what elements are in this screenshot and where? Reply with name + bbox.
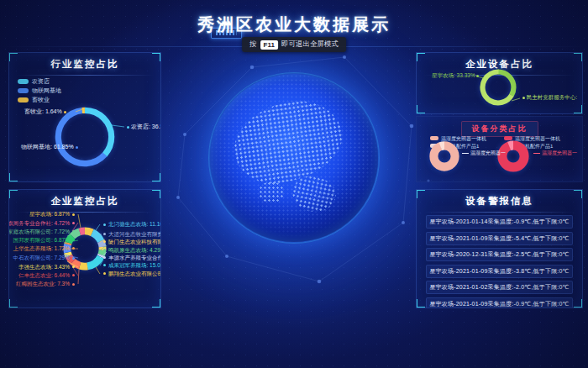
pie-label: 国邦发有限公司: 6.87% [13,238,75,244]
legend-item[interactable]: 农资店 [18,76,61,86]
panel-enterprise-ratio: 企业监控占比 星宇农场: 6.87% 红旗周务专业合作社: 4.72% 家庭农场… [8,189,161,308]
hint-prefix: 按 [249,39,257,50]
alarm-row: 星宇农场-2021-01-02采集温度:-2.0℃,低于下限:0℃ [426,281,573,294]
legend-label: 农资店 [32,77,50,86]
alarm-row: 星宇农场-2021-01-09采集温度:-3.8℃,低于下限:0℃ [426,265,573,278]
class-right-donut-chart [497,140,529,172]
pie-pointer-label: 温湿度光照器一 [462,150,506,155]
class-left-donut-chart [429,141,459,171]
pie-label: 物联网基地: 61.85% [21,144,78,150]
f11-keycap: F11 [260,40,278,50]
panel-title: 企业监控占比 [9,195,160,208]
panel-title-divider [16,75,154,76]
globe-visualization [210,74,378,242]
page-title: 秀洲区农业大数据展示 [0,13,588,36]
panel-device-classification: 设备分类占比 温湿度光照器一体机 一体机配件产品1 温湿度光照器一体机 一体机配… [416,116,583,182]
pie-label: 红梅园生态农业: 7.3% [16,281,75,287]
panel-industry-ratio: 行业监控占比 农资店 物联网基地 畜牧业 畜牧业: 1.64% 农资店: 36.… [8,52,161,182]
alarm-row: 星宇农场-2021-01-14采集温度:-0.9℃,低于下限:0℃ [426,215,573,229]
pie-label: 北汈塘生态农场: 11.16% [103,222,161,228]
alarm-row: 星宇农场-2020-12-31采集温度:-2.5℃,低于下限:0℃ [426,248,573,261]
pie-label: 仁丰生态农业: 6.44% [18,273,75,279]
industry-legend: 农资店 物联网基地 畜牧业 [18,76,61,104]
pie-label: 畜牧业: 1.64% [24,108,66,114]
dashboard: 秀洲区农业大数据展示 按 F11 即可退出全屏模式 行业监控占比 农资店 物联网… [0,0,588,368]
pie-label: 成果冠军养殖场: 15.02% [103,263,161,269]
panel-title: 行业监控占比 [9,58,160,71]
pie-label: 红旗周务专业合作社: 4.72% [8,221,75,227]
fullscreen-hint-toast: 按 F11 即可退出全屏模式 [242,37,346,52]
panel-device-ratio: 企业设备占比 星宇农场: 33.33% 民主村党群服务中心: [416,52,583,114]
device-donut-chart [480,69,517,106]
pie-label: 星宇农场: 33.33% [432,73,479,79]
legend-label: 物联网基地 [32,87,61,95]
legend-swatch [18,79,29,84]
panel-title: 设备警报信息 [417,195,582,208]
legend-swatch [18,88,29,93]
pie-label: 家庭农场有限公司: 7.72% [8,229,75,235]
legend-item[interactable]: 畜牧业 [18,95,61,104]
alarm-row: 星宇农场-2021-01-09采集温度:-5.4℃,低于下限:0℃ [426,232,573,245]
globe-continent [228,95,348,188]
legend-label: 畜牧业 [32,96,50,104]
pie-label: 农资店: 36.51% [127,124,161,129]
pie-label: 李强生态农场: 3.43% [18,265,75,271]
panel-device-alarms: 设备警报信息 星宇农场-2021-01-14采集温度:-0.9℃,低于下限:0℃… [416,189,583,308]
pie-label: 丰源水产养殖专业合作社: 1. [103,255,161,261]
alarm-list: 星宇农场-2021-01-14采集温度:-0.9℃,低于下限:0℃ 星宇农场-2… [426,215,573,308]
legend-swatch [430,136,438,140]
pie-label: 星宇农场: 6.87% [29,212,75,218]
globe-continent [259,181,284,203]
pie-label: 中石农有限公司: 7.29% [13,255,75,261]
globe-continent [289,172,339,216]
pie-label: 鸣凯原生态农场: 4.29% [103,248,161,254]
hint-suffix: 即可退出全屏模式 [281,39,339,50]
legend-swatch [18,97,29,103]
legend-item[interactable]: 物联网基地 [18,86,61,95]
alarm-row: 星宇农场-2021-01-09采集温度:-0.9℃,低于下限:0℃ [426,297,573,309]
pie-label: 民主村党群服务中心: [522,95,577,101]
pie-pointer-label: 温湿度光照器一 [533,150,577,155]
pie-label: 鹏翔生态农业有限公司: 6.87% [103,271,161,277]
pie-label: 陡门生态农业科技有限公 [103,239,161,245]
industry-donut-chart [55,107,115,167]
panel-title-divider [423,212,575,213]
pie-label: 大运河生态牧业有限责任公 [103,232,161,238]
legend-label: 温湿度光照器一体机 [441,136,486,141]
pie-label: 上华生态养殖场: 1.72% [13,246,75,252]
